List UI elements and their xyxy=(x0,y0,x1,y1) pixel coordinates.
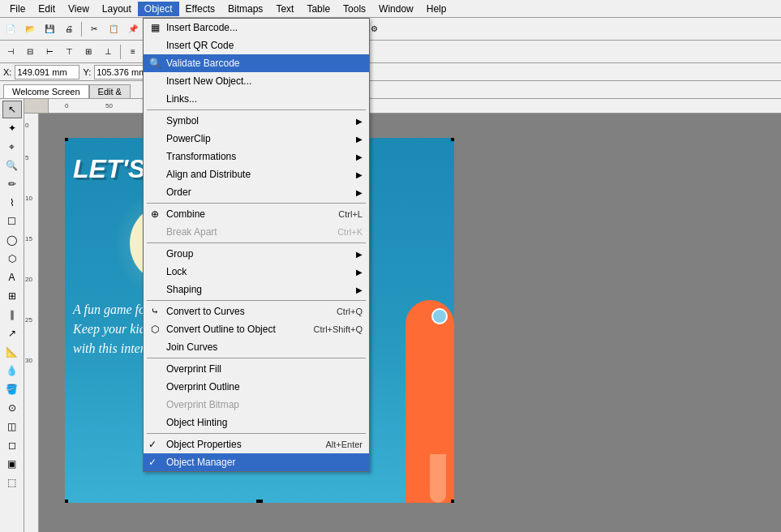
align-center-h[interactable]: ⊟ xyxy=(21,43,39,61)
menu-tools[interactable]: Tools xyxy=(337,2,372,16)
tool-measure[interactable]: 📐 xyxy=(2,343,22,361)
menu-object-properties[interactable]: ✓ Object Properties Alt+Enter xyxy=(144,435,369,453)
menu-bar: File Edit View Layout Object Effects Bit… xyxy=(0,0,781,18)
menu-object-hinting[interactable]: Object Hinting xyxy=(144,414,369,431)
handle-bm[interactable] xyxy=(256,500,263,503)
tool-ellipse[interactable]: ◯ xyxy=(2,231,22,249)
canvas-wrapper: 0 50 100 150 200 0 5 10 15 20 25 30 xyxy=(24,99,781,532)
menu-object[interactable]: Object xyxy=(138,2,179,16)
menu-object-manager[interactable]: ✓ Object Manager xyxy=(144,453,369,471)
save-btn[interactable]: 💾 xyxy=(41,20,58,38)
arrow-powerclip: ▶ xyxy=(356,135,363,144)
menu-insert-new-object[interactable]: Insert New Object... xyxy=(144,72,369,90)
combine-icon: ⊕ xyxy=(147,206,163,222)
menu-group[interactable]: Group ▶ xyxy=(144,245,369,263)
menu-insert-qr[interactable]: Insert QR Code xyxy=(144,36,369,54)
ruler-vtick-0: 0 xyxy=(25,122,28,129)
tool-select[interactable]: ↖ xyxy=(2,101,22,118)
shortcut-combine: Ctrl+L xyxy=(338,209,363,219)
tool-rectangle[interactable]: ☐ xyxy=(2,212,22,230)
print-btn[interactable]: 🖨 xyxy=(60,20,78,38)
menu-order[interactable]: Order ▶ xyxy=(144,183,369,201)
align-left[interactable]: ⊣ xyxy=(2,43,19,61)
tool-parallel[interactable]: ∥ xyxy=(2,306,22,324)
tool-crop[interactable]: ⌖ xyxy=(2,138,22,156)
menu-table[interactable]: Table xyxy=(300,2,337,16)
menu-powerclip[interactable]: PowerClip ▶ xyxy=(144,130,369,148)
paste-btn[interactable]: 📌 xyxy=(124,20,142,38)
menu-view[interactable]: View xyxy=(62,2,96,16)
rocket-flame xyxy=(430,454,446,503)
menu-convert-curves[interactable]: ⤷ Convert to Curves Ctrl+Q xyxy=(144,302,369,320)
copy-btn[interactable]: 📋 xyxy=(105,20,122,38)
ruler-vtick-100: 10 xyxy=(25,195,32,202)
menu-edit[interactable]: Edit xyxy=(32,2,62,16)
tool-freehand[interactable]: ✏ xyxy=(2,175,22,193)
object-menu: ▦ Insert Barcode... Insert QR Code 🔍 Val… xyxy=(143,18,370,472)
barcode-icon: ▦ xyxy=(147,19,163,36)
menu-layout[interactable]: Layout xyxy=(96,2,138,16)
menu-overprint-outline[interactable]: Overprint Outline xyxy=(144,378,369,396)
tool-text[interactable]: A xyxy=(2,268,22,286)
validate-icon: 🔍 xyxy=(147,55,163,71)
align-right[interactable]: ⊢ xyxy=(41,43,58,61)
menu-symbol[interactable]: Symbol ▶ xyxy=(144,112,369,130)
tool-polygon[interactable]: ⬡ xyxy=(2,250,22,268)
rocket-window xyxy=(431,308,448,324)
tool-fill[interactable]: 🪣 xyxy=(2,380,22,398)
menu-convert-outline[interactable]: ⬡ Convert Outline to Object Ctrl+Shift+Q xyxy=(144,320,369,338)
menu-file[interactable]: File xyxy=(3,2,32,16)
align-top[interactable]: ⊤ xyxy=(60,43,78,61)
menu-overprint-fill[interactable]: Overprint Fill xyxy=(144,360,369,378)
tool-blend[interactable]: ⊙ xyxy=(2,399,22,417)
cut-btn[interactable]: ✂ xyxy=(85,20,103,38)
tool-node[interactable]: ✦ xyxy=(2,119,22,137)
open-btn[interactable]: 📂 xyxy=(21,20,39,38)
tool-transparency[interactable]: ◫ xyxy=(2,418,22,435)
toolbar-row-1: 📄 📂 💾 🖨 ✂ 📋 📌 ↩ ↪ ▾ ⊞ 🧲 Snap To ▾ ⚙ xyxy=(0,18,781,41)
align-center-v[interactable]: ⊞ xyxy=(79,43,97,61)
menu-bitmaps[interactable]: Bitmaps xyxy=(221,2,269,16)
handle-br[interactable] xyxy=(451,500,454,503)
shortcut-curves: Ctrl+Q xyxy=(337,307,363,316)
ruler-vtick-150: 15 xyxy=(25,235,32,242)
x-input[interactable] xyxy=(15,65,79,79)
tool-table[interactable]: ⊞ xyxy=(2,287,22,305)
tool-envelope[interactable]: ⬚ xyxy=(2,474,22,491)
ruler-vtick-50: 5 xyxy=(25,154,28,161)
left-toolbar: ↖ ✦ ⌖ 🔍 ✏ ⌇ ☐ ◯ ⬡ A ⊞ ∥ ↗ 📐 💧 🪣 ⊙ ◫ ◻ ▣ … xyxy=(0,99,24,532)
distribute-h[interactable]: ≡ xyxy=(124,43,142,61)
menu-shaping[interactable]: Shaping ▶ xyxy=(144,281,369,298)
tool-zoom[interactable]: 🔍 xyxy=(2,157,22,174)
handle-tl[interactable] xyxy=(65,138,68,141)
menu-effects[interactable]: Effects xyxy=(179,2,221,16)
align-bottom[interactable]: ⊥ xyxy=(99,43,117,61)
tab-bar: Welcome Screen Edit & xyxy=(0,81,781,99)
menu-insert-barcode[interactable]: ▦ Insert Barcode... xyxy=(144,19,369,36)
shortcut-break: Ctrl+K xyxy=(337,227,363,237)
new-btn[interactable]: 📄 xyxy=(2,20,19,38)
sep-after-join xyxy=(147,358,366,358)
handle-tr[interactable] xyxy=(451,138,454,141)
menu-window[interactable]: Window xyxy=(372,2,420,16)
menu-help[interactable]: Help xyxy=(420,2,453,16)
tool-eyedropper[interactable]: 💧 xyxy=(2,362,22,380)
arrow-order: ▶ xyxy=(356,188,363,197)
tool-extrude[interactable]: ◻ xyxy=(2,436,22,454)
menu-align-distribute[interactable]: Align and Distribute ▶ xyxy=(144,165,369,183)
arrow-shaping: ▶ xyxy=(356,285,363,294)
menu-join-curves[interactable]: Join Curves xyxy=(144,338,369,356)
tool-connector[interactable]: ↗ xyxy=(2,324,22,342)
tab-welcome[interactable]: Welcome Screen xyxy=(3,84,89,98)
tool-smart[interactable]: ⌇ xyxy=(2,194,22,212)
tool-dropshadow[interactable]: ▣ xyxy=(2,455,22,473)
menu-text[interactable]: Text xyxy=(269,2,300,16)
menu-lock[interactable]: Lock ▶ xyxy=(144,263,369,281)
tab-edit[interactable]: Edit & xyxy=(89,84,131,98)
menu-combine[interactable]: ⊕ Combine Ctrl+L xyxy=(144,205,369,223)
menu-break-apart: Break Apart Ctrl+K xyxy=(144,223,369,241)
handle-bl[interactable] xyxy=(65,500,68,503)
menu-validate-barcode[interactable]: 🔍 Validate Barcode xyxy=(144,54,369,72)
menu-transformations[interactable]: Transformations ▶ xyxy=(144,148,369,165)
menu-links[interactable]: Links... xyxy=(144,90,369,108)
